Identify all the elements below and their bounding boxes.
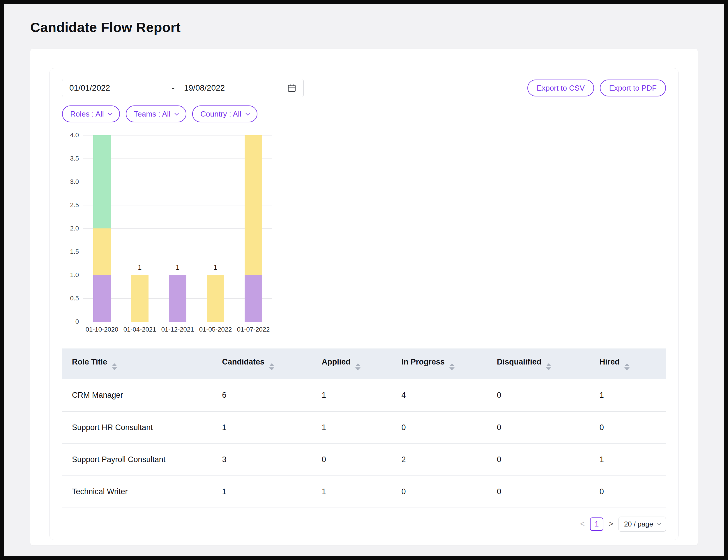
value-cell: 2 (401, 443, 497, 476)
page-size-select[interactable]: 20 / page (618, 517, 666, 532)
column-label: Applied (322, 358, 351, 366)
column-label: Role Title (72, 358, 107, 366)
bar-segment-purple (245, 275, 262, 322)
date-from-value: 01/01/2022 (69, 83, 172, 93)
chevron-down-icon (108, 111, 112, 115)
y-axis-tick: 0.5 (70, 295, 79, 302)
bar-segment-yellow (131, 275, 149, 322)
chart-plot: 111 (83, 135, 272, 322)
value-cell: 0 (401, 411, 497, 443)
teams-filter[interactable]: Teams : All (126, 105, 187, 122)
calendar-icon[interactable] (287, 83, 297, 93)
table-header-row: Role Title Candidates Applied In Progres… (62, 348, 666, 379)
role-title-cell: Support HR Consultant (62, 411, 222, 443)
export-csv-button[interactable]: Export to CSV (527, 80, 594, 96)
y-axis-tick: 2.5 (70, 201, 79, 209)
previous-page-button[interactable]: < (580, 520, 585, 529)
teams-filter-label: Teams : All (134, 110, 171, 119)
y-axis-tick: 1.0 (70, 271, 79, 279)
value-cell: 0 (497, 476, 600, 508)
x-axis-label: 01-12-2021 (159, 326, 197, 333)
export-pdf-button[interactable]: Export to PDF (600, 80, 666, 96)
value-cell: 6 (222, 379, 322, 411)
x-axis-label: 01-04-2021 (121, 326, 159, 333)
table-row: Support Payroll Consultant30201 (62, 443, 666, 476)
candidate-flow-report-screen: Candidate Flow Report 01/01/2022 - 19/08… (0, 0, 728, 560)
column-label: Candidates (222, 358, 265, 366)
value-cell: 1 (322, 379, 401, 411)
value-cell: 0 (600, 476, 666, 508)
bar-segment-purple (169, 275, 186, 322)
column-header-role-title[interactable]: Role Title (62, 348, 222, 379)
value-cell: 3 (222, 443, 322, 476)
table-row: CRM Manager61401 (62, 379, 666, 411)
role-title-cell: CRM Manager (62, 379, 222, 411)
y-axis-tick: 3.0 (70, 178, 79, 186)
report-table-body: CRM Manager61401Support HR Consultant110… (62, 379, 666, 508)
gridline (83, 252, 272, 252)
sort-icon (546, 363, 551, 370)
gridline (83, 182, 272, 182)
value-cell: 0 (497, 411, 600, 443)
date-to-value: 19/08/2022 (184, 83, 225, 93)
value-cell: 1 (222, 411, 322, 443)
filter-row: Roles : All Teams : All Country : All (62, 105, 666, 122)
bar-value-label: 1 (197, 264, 235, 272)
page-size-value: 20 / page (624, 520, 653, 528)
column-label: Disqualified (497, 358, 541, 366)
next-page-button[interactable]: > (609, 520, 613, 529)
column-header-applied[interactable]: Applied (322, 348, 401, 379)
column-header-disqualified[interactable]: Disqualified (497, 348, 600, 379)
sort-icon (269, 363, 274, 370)
y-axis-tick: 1.5 (70, 248, 79, 256)
date-range-input[interactable]: 01/01/2022 - 19/08/2022 (62, 79, 304, 97)
page-number-button[interactable]: 1 (590, 517, 603, 531)
column-header-in-progress[interactable]: In Progress (401, 348, 497, 379)
bar-value-label: 1 (159, 264, 197, 272)
sort-icon (112, 363, 117, 370)
table-row: Technical Writer11000 (62, 476, 666, 508)
candidate-flow-chart: 4.03.53.02.52.01.51.00.50 111 01-10-2020… (62, 135, 666, 334)
bar-segment-purple (93, 275, 111, 322)
value-cell: 4 (401, 379, 497, 411)
roles-filter-label: Roles : All (70, 110, 104, 119)
chart-x-axis: 01-10-202001-04-202101-12-202101-05-2022… (83, 322, 272, 334)
value-cell: 1 (322, 476, 401, 508)
country-filter-label: Country : All (200, 110, 241, 119)
chevron-down-icon (657, 522, 661, 525)
value-cell: 1 (600, 379, 666, 411)
chevron-down-icon (245, 111, 250, 115)
date-separator: - (172, 83, 184, 93)
bar-segment-green (93, 135, 111, 228)
value-cell: 1 (222, 476, 322, 508)
roles-filter[interactable]: Roles : All (62, 105, 120, 122)
role-title-cell: Technical Writer (62, 476, 222, 508)
x-axis-label: 01-10-2020 (83, 326, 121, 333)
table-row: Support HR Consultant11000 (62, 411, 666, 443)
sort-icon (624, 363, 630, 370)
value-cell: 0 (497, 379, 600, 411)
column-header-candidates[interactable]: Candidates (222, 348, 322, 379)
chart-y-axis: 4.03.53.02.52.01.51.00.50 (62, 135, 83, 322)
report-table: Role Title Candidates Applied In Progres… (62, 348, 666, 508)
bar-value-label: 1 (121, 264, 159, 272)
value-cell: 1 (600, 443, 666, 476)
gridline (83, 228, 272, 229)
role-title-cell: Support Payroll Consultant (62, 443, 222, 476)
column-header-hired[interactable]: Hired (600, 348, 666, 379)
sort-icon (449, 363, 454, 370)
value-cell: 0 (497, 443, 600, 476)
bar-segment-yellow (93, 228, 111, 275)
column-label: In Progress (401, 358, 445, 366)
value-cell: 0 (600, 411, 666, 443)
column-label: Hired (600, 358, 620, 366)
sort-icon (355, 363, 361, 370)
y-axis-tick: 0 (75, 318, 79, 325)
chevron-down-icon (175, 111, 179, 115)
country-filter[interactable]: Country : All (192, 105, 257, 122)
page-title: Candidate Flow Report (30, 19, 724, 35)
bar-segment-yellow (207, 275, 224, 322)
report-card: 01/01/2022 - 19/08/2022 Export to CSV (30, 49, 698, 545)
value-cell: 1 (322, 411, 401, 443)
report-panel: 01/01/2022 - 19/08/2022 Export to CSV (50, 68, 678, 540)
